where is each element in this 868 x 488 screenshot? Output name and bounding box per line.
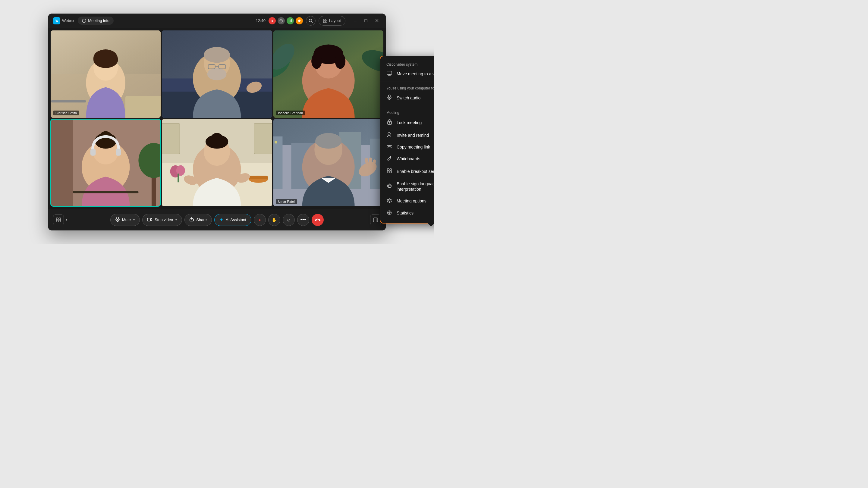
context-menu-inner: Cisco video system Move meeting to a vid… [380,56,434,223]
minimize-button[interactable]: – [351,17,359,25]
svg-rect-20 [51,100,86,102]
invite-remind-item[interactable]: Invite and remind [380,129,434,141]
audio-section-label: You're using your computer for audio [380,84,434,92]
whiteboards-item[interactable]: Whiteboards [380,153,434,165]
raise-hand-button[interactable]: ✋ [268,214,280,226]
title-bar: W Webex i Meeting info 12:40 ● [48,13,386,28]
video-1-bg [51,30,161,118]
panel-toggle-button[interactable] [370,215,381,225]
svg-point-9 [309,19,312,22]
window-controls: – □ ✕ [351,17,381,25]
svg-point-41 [335,53,345,69]
ai-assistant-button[interactable]: ✦ AI Assistant [214,214,251,226]
chevron-down-icon: ▾ [66,218,67,222]
view-layout-button[interactable] [53,215,64,225]
video-tile-6: Umar Patel [273,119,383,206]
video-tile-2 [162,30,272,118]
status-dot-2 [287,17,294,24]
emoji-button[interactable]: ☺ [283,214,295,226]
title-bar-left: W Webex i Meeting info [53,17,114,25]
breakout-icon [386,168,393,174]
move-meeting-item[interactable]: Move meeting to a video device [380,68,434,80]
stop-video-button[interactable]: Stop video ▾ [142,214,182,226]
context-menu: Cisco video system Move meeting to a vid… [380,56,434,224]
layout-label: Layout [329,19,341,23]
video-tile-4 [51,119,161,206]
tile-1-name: Clarissa Smith [53,110,79,116]
ai-assistant-label: AI Assistant [226,218,246,222]
svg-rect-87 [59,218,61,220]
svg-point-67 [211,133,223,143]
svg-point-107 [389,122,390,124]
copy-link-item[interactable]: Copy meeting link [380,141,434,153]
more-options-button[interactable]: ••• [297,214,309,226]
share-button[interactable]: Share [184,214,212,226]
toolbar-center: Mute ▾ Stop video ▾ [110,214,324,226]
sign-language-item[interactable]: Enable sign language interpretation [380,178,434,195]
breakout-sessions-item[interactable]: Enable breakout sessions [380,165,434,178]
breakout-label: Enable breakout sessions [397,169,434,174]
layout-button[interactable]: Layout [318,16,345,26]
svg-point-27 [204,47,230,63]
svg-rect-88 [56,220,58,222]
svg-point-122 [389,213,390,213]
switch-audio-label: Switch audio [397,95,434,101]
svg-rect-13 [323,21,325,23]
statistics-item[interactable]: Statistics [380,207,434,219]
lock-icon [386,119,393,126]
video-3-bg [273,30,383,118]
video-tile-1: Clarissa Smith [51,30,161,118]
meeting-info-tab[interactable]: i Meeting info [78,17,114,25]
webex-label: Webex [62,19,74,23]
svg-point-108 [388,133,390,135]
webex-logo: W Webex [53,17,74,24]
lock-meeting-item[interactable]: Lock meeting [380,116,434,129]
copy-link-label: Copy meeting link [397,144,434,150]
search-button[interactable] [306,16,315,26]
record-button[interactable]: ● [254,214,266,226]
toolbar: ▾ Mute ▾ [48,209,386,230]
mute-chevron: ▾ [133,218,135,221]
video-tile-3: Isabelle Brennan [273,30,383,118]
svg-rect-58 [254,124,272,154]
svg-rect-63 [249,176,268,180]
status-dot-3 [296,17,303,24]
mic-icon [116,217,120,223]
switch-audio-item[interactable]: Switch audio [380,92,434,104]
svg-point-28 [207,68,227,80]
svg-point-96 [315,220,316,221]
search-icon [309,19,313,23]
end-call-button[interactable] [312,214,324,226]
mute-button[interactable]: Mute ▾ [110,214,140,226]
svg-text:W: W [56,19,59,23]
toolbar-right [370,215,381,225]
close-button[interactable]: ✕ [373,17,381,25]
video-6-bg [273,119,383,206]
mute-label: Mute [122,218,131,222]
svg-rect-98 [373,218,378,222]
status-icons: ● [269,17,303,24]
stop-video-label: Stop video [155,218,173,222]
svg-rect-72 [273,136,282,189]
ai-icon: ✦ [219,217,223,223]
meeting-section-label: Meeting [380,108,434,116]
recording-indicator: ● [269,17,276,24]
maximize-button[interactable]: □ [362,17,370,25]
svg-rect-11 [323,19,325,21]
more-icon: ••• [301,217,306,223]
svg-rect-114 [390,169,392,170]
svg-rect-77 [275,141,277,144]
cisco-section-label: Cisco video system [380,60,434,68]
svg-rect-8 [291,19,292,22]
video-grid: Clarissa Smith [48,28,386,209]
meeting-options-item[interactable]: Meeting options [380,195,434,207]
invite-remind-label: Invite and remind [397,133,434,138]
video-tile-5 [162,119,272,206]
video-4-bg [51,119,161,206]
video-chevron: ▾ [176,218,177,221]
gear-icon [386,198,393,204]
svg-rect-89 [59,220,61,222]
svg-rect-100 [387,71,392,74]
meeting-info-label: Meeting info [88,19,110,23]
svg-text:i: i [84,20,84,23]
